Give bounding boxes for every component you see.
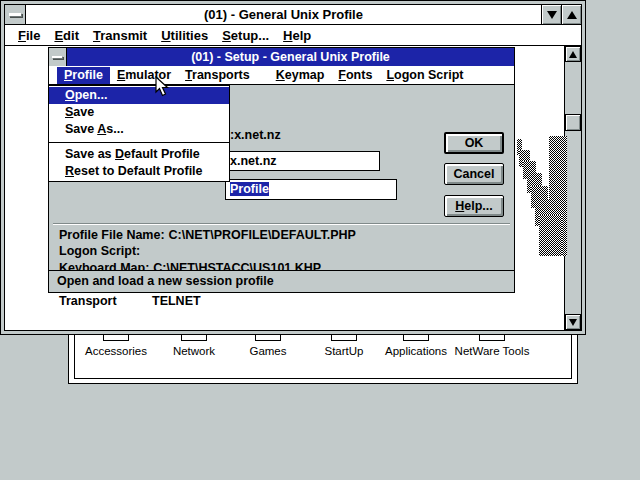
cancel-button[interactable]: Cancel <box>444 163 504 185</box>
main-title-bar[interactable]: (01) - General Unix Profile <box>5 5 581 25</box>
minimize-button[interactable] <box>541 5 561 24</box>
menu-transmit[interactable]: Transmit <box>86 28 154 43</box>
group-item-label: NetWare Tools <box>447 345 537 357</box>
dialog-title-bar[interactable]: (01) - Setup - General Unix Profile <box>49 48 514 66</box>
main-menu-bar: File Edit Transmit Utilities Setup... He… <box>5 25 581 46</box>
scroll-down-button[interactable] <box>565 314 581 330</box>
menu-fonts[interactable]: Fonts <box>331 67 379 84</box>
program-group-window[interactable]: Accessories Network Games StartUp Applic… <box>68 334 578 384</box>
help-button[interactable]: Help... <box>444 195 504 217</box>
down-arrow-icon <box>569 319 577 326</box>
menu-item-save[interactable]: Save <box>49 104 229 121</box>
menu-setup[interactable]: Setup... <box>215 28 276 43</box>
up-arrow-icon <box>569 51 577 58</box>
ok-button[interactable]: OK <box>444 132 504 154</box>
program-group-icon[interactable] <box>181 335 207 341</box>
menu-logon-script[interactable]: Logon Script <box>379 67 470 84</box>
maximize-icon <box>567 11 577 19</box>
scroll-up-button[interactable] <box>565 46 581 62</box>
menu-edit[interactable]: Edit <box>47 28 86 43</box>
menu-profile[interactable]: Profile <box>57 67 110 84</box>
scrollbar-thumb[interactable] <box>565 114 581 131</box>
separator-line <box>53 223 510 225</box>
dialog-system-menu-button[interactable] <box>49 48 67 66</box>
menu-keymap[interactable]: Keymap <box>269 67 332 84</box>
maximize-button[interactable] <box>561 5 581 24</box>
program-group-icon[interactable] <box>103 335 129 341</box>
menu-item-save-as[interactable]: Save As... <box>49 121 229 138</box>
group-item-accessories[interactable]: Accessories <box>71 335 161 357</box>
menu-help[interactable]: Help <box>276 28 318 43</box>
menu-utilities[interactable]: Utilities <box>154 28 215 43</box>
program-group-icon[interactable] <box>255 335 281 341</box>
menu-item-open[interactable]: Open... <box>49 87 229 104</box>
menu-item-save-as-default-profile[interactable]: Save as Default Profile <box>49 146 229 163</box>
menu-item-reset-to-default-profile[interactable]: Reset to Default Profile <box>49 163 229 180</box>
menu-transports[interactable]: Transports <box>178 67 257 84</box>
mouse-cursor-icon <box>155 76 169 97</box>
dialog-title: (01) - Setup - General Unix Profile <box>67 48 514 66</box>
system-menu-icon <box>9 13 22 17</box>
system-menu-button[interactable] <box>5 5 26 24</box>
host-address-text: :x.net.nz <box>230 128 281 142</box>
dialog-menu-bar: Profile Emulator Transports Keymap Fonts… <box>49 66 514 85</box>
program-group-icon[interactable] <box>403 335 429 341</box>
menu-separator <box>49 142 229 143</box>
group-item-netware-tools[interactable]: NetWare Tools <box>447 335 537 357</box>
program-group-icon[interactable] <box>479 335 505 341</box>
status-bar: Open and load a new session profile <box>49 270 514 292</box>
main-window-title: (01) - General Unix Profile <box>26 5 541 24</box>
minimize-icon <box>547 11 557 19</box>
info-row: TransportTELNET <box>59 293 508 309</box>
info-row: Profile File Name:C:\NET\PROFILE\DEFAULT… <box>59 227 508 243</box>
program-group-icon[interactable] <box>331 335 357 341</box>
profile-dropdown-menu: Open... Save Save As... Save as Default … <box>48 85 230 182</box>
menu-file[interactable]: File <box>11 28 47 43</box>
info-row: Logon Script: <box>59 243 508 259</box>
program-group-content: Accessories Network Games StartUp Applic… <box>74 335 572 379</box>
profile-info-panel: Profile File Name:C:\NET\PROFILE\DEFAULT… <box>59 227 508 309</box>
group-item-label: Accessories <box>71 345 161 357</box>
host-input[interactable]: x.net.nz <box>225 151 380 171</box>
profile-name-input[interactable]: Profile <box>225 179 397 200</box>
desktop: Accessories Network Games StartUp Applic… <box>0 0 640 480</box>
system-menu-icon <box>52 56 63 59</box>
